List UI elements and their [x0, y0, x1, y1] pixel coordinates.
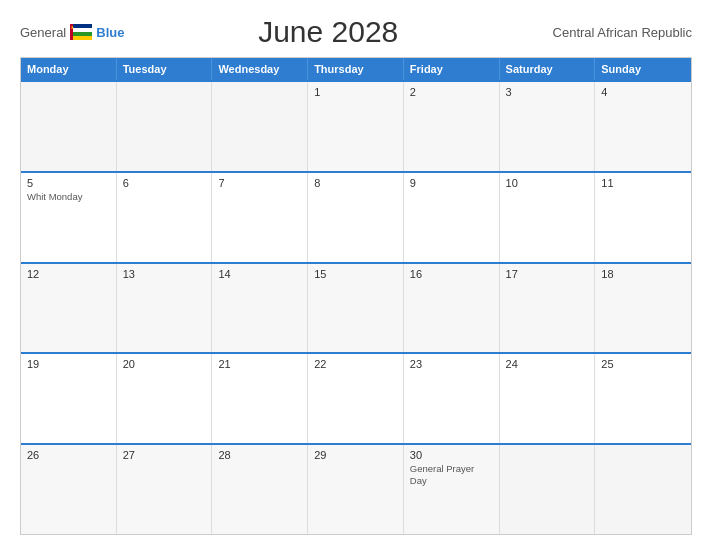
calendar-cell: 9 [404, 173, 500, 262]
holiday-name: General Prayer Day [410, 463, 493, 486]
calendar-cell: 30General Prayer Day [404, 445, 500, 534]
weekday-saturday: Saturday [500, 58, 596, 80]
month-title: June 2028 [124, 15, 532, 49]
day-number: 28 [218, 449, 301, 461]
weekday-monday: Monday [21, 58, 117, 80]
day-number: 10 [506, 177, 589, 189]
calendar-cell [117, 82, 213, 171]
logo: General Blue [20, 24, 124, 40]
weekday-tuesday: Tuesday [117, 58, 213, 80]
day-number: 12 [27, 268, 110, 280]
day-number: 14 [218, 268, 301, 280]
calendar-cell: 5Whit Monday [21, 173, 117, 262]
weekday-friday: Friday [404, 58, 500, 80]
calendar-cell [212, 82, 308, 171]
calendar-cell: 29 [308, 445, 404, 534]
calendar-cell: 3 [500, 82, 596, 171]
day-number: 15 [314, 268, 397, 280]
calendar-cell: 16 [404, 264, 500, 353]
calendar-cell: 24 [500, 354, 596, 443]
calendar-header: Monday Tuesday Wednesday Thursday Friday… [21, 58, 691, 80]
calendar-cell: 2 [404, 82, 500, 171]
calendar-cell: 13 [117, 264, 213, 353]
calendar-cell: 6 [117, 173, 213, 262]
calendar-cell: 21 [212, 354, 308, 443]
day-number: 5 [27, 177, 110, 189]
day-number: 23 [410, 358, 493, 370]
calendar-cell: 19 [21, 354, 117, 443]
calendar-row: 2627282930General Prayer Day [21, 443, 691, 534]
calendar-cell: 25 [595, 354, 691, 443]
svg-rect-2 [70, 32, 92, 36]
page-header: General Blue June 2028 Central African R… [20, 15, 692, 49]
day-number: 6 [123, 177, 206, 189]
day-number: 27 [123, 449, 206, 461]
calendar-cell: 27 [117, 445, 213, 534]
calendar-cell: 26 [21, 445, 117, 534]
day-number: 8 [314, 177, 397, 189]
weekday-wednesday: Wednesday [212, 58, 308, 80]
holiday-name: Whit Monday [27, 191, 110, 202]
day-number: 11 [601, 177, 685, 189]
country-name: Central African Republic [532, 25, 692, 40]
day-number: 30 [410, 449, 493, 461]
day-number: 16 [410, 268, 493, 280]
day-number: 1 [314, 86, 397, 98]
day-number: 26 [27, 449, 110, 461]
day-number: 21 [218, 358, 301, 370]
calendar-cell: 10 [500, 173, 596, 262]
calendar-cell: 7 [212, 173, 308, 262]
calendar-cell: 23 [404, 354, 500, 443]
day-number: 24 [506, 358, 589, 370]
day-number: 3 [506, 86, 589, 98]
day-number: 29 [314, 449, 397, 461]
calendar-row: 12131415161718 [21, 262, 691, 353]
svg-rect-4 [70, 24, 73, 40]
calendar-cell: 11 [595, 173, 691, 262]
day-number: 25 [601, 358, 685, 370]
calendar-cell [500, 445, 596, 534]
calendar-body: 12345Whit Monday678910111213141516171819… [21, 80, 691, 534]
logo-flag-icon [70, 24, 92, 40]
day-number: 7 [218, 177, 301, 189]
calendar-cell: 15 [308, 264, 404, 353]
day-number: 18 [601, 268, 685, 280]
calendar-cell: 22 [308, 354, 404, 443]
day-number: 9 [410, 177, 493, 189]
calendar-cell: 14 [212, 264, 308, 353]
day-number: 2 [410, 86, 493, 98]
calendar-cell: 20 [117, 354, 213, 443]
weekday-sunday: Sunday [595, 58, 691, 80]
calendar-grid: Monday Tuesday Wednesday Thursday Friday… [20, 57, 692, 535]
day-number: 20 [123, 358, 206, 370]
day-number: 19 [27, 358, 110, 370]
day-number: 17 [506, 268, 589, 280]
calendar-cell: 17 [500, 264, 596, 353]
day-number: 4 [601, 86, 685, 98]
svg-rect-3 [70, 36, 92, 40]
calendar-cell: 8 [308, 173, 404, 262]
calendar-cell: 18 [595, 264, 691, 353]
logo-general: General [20, 25, 66, 40]
calendar-cell [21, 82, 117, 171]
logo-blue: Blue [96, 25, 124, 40]
calendar-cell: 12 [21, 264, 117, 353]
calendar-cell: 1 [308, 82, 404, 171]
calendar-cell: 4 [595, 82, 691, 171]
calendar-row: 19202122232425 [21, 352, 691, 443]
day-number: 22 [314, 358, 397, 370]
calendar-row: 5Whit Monday67891011 [21, 171, 691, 262]
calendar-cell [595, 445, 691, 534]
calendar-page: General Blue June 2028 Central African R… [0, 0, 712, 550]
svg-rect-0 [70, 24, 92, 28]
calendar-row: 1234 [21, 80, 691, 171]
calendar-cell: 28 [212, 445, 308, 534]
weekday-thursday: Thursday [308, 58, 404, 80]
day-number: 13 [123, 268, 206, 280]
